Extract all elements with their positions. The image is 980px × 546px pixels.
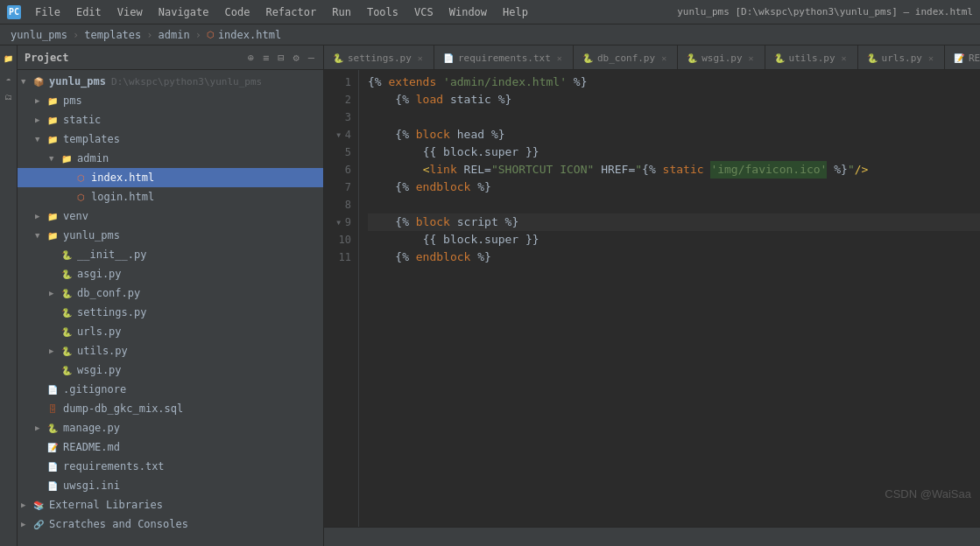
tab-urls-icon: 🐍 xyxy=(867,53,878,63)
tree-item-wsgi-py[interactable]: ▶ 🐍 wsgi.py xyxy=(18,360,323,380)
tab-req-close[interactable]: ✕ xyxy=(555,53,564,63)
yunlu-pms-arrow-icon: ▼ xyxy=(35,231,46,240)
breadcrumb-templates[interactable]: templates xyxy=(84,29,141,41)
menu-code[interactable]: Code xyxy=(218,4,257,20)
tree-item-requirements[interactable]: ▶ 📄 requirements.txt xyxy=(18,457,323,476)
tab-urls-py[interactable]: 🐍 urls.py ✕ xyxy=(858,46,945,70)
index-html-icon: ⬡ xyxy=(74,173,88,183)
tab-wsgi-icon: 🐍 xyxy=(687,53,697,63)
tab-utils-close[interactable]: ✕ xyxy=(840,53,849,63)
tree-item-manage-py[interactable]: ▶ 🐍 manage.py xyxy=(18,418,323,438)
asgi-py-icon: 🐍 xyxy=(60,270,74,279)
menu-file[interactable]: File xyxy=(28,4,67,20)
venv-label: venv xyxy=(63,210,88,222)
tree-item-root[interactable]: ▼ 📦 yunlu_pms D:\wkspc\python3\yunlu_pms xyxy=(18,72,323,91)
fold-arrow-4[interactable]: ▼ xyxy=(336,131,341,139)
tab-readme-md[interactable]: 📝 README.md ✕ xyxy=(945,46,980,70)
line-num-1: 1 xyxy=(324,74,358,91)
menu-refactor[interactable]: Refactor xyxy=(258,4,323,20)
tab-urls-label: urls.py xyxy=(882,52,922,64)
breadcrumb-filename: index.html xyxy=(218,29,281,41)
line-num-4: ▼ 4 xyxy=(324,126,358,144)
tree-item-static[interactable]: ▶ 📁 static xyxy=(18,110,323,130)
menu-tools[interactable]: Tools xyxy=(360,4,405,20)
tab-settings-py[interactable]: 🐍 settings.py ✕ xyxy=(324,46,434,70)
sidebar-cloud-icon[interactable]: ☁ xyxy=(2,71,16,85)
tree-item-init-py[interactable]: ▶ 🐍 __init__.py xyxy=(18,245,323,264)
tree-item-admin[interactable]: ▼ 📁 admin xyxy=(18,149,323,168)
tree-item-index-html[interactable]: ▶ ⬡ index.html xyxy=(18,168,323,187)
tree-item-venv[interactable]: ▶ 📁 venv xyxy=(18,206,323,226)
tab-wsgi-label: wsgi.py xyxy=(702,52,742,64)
code-editor[interactable]: 1 2 3 ▼ 4 5 6 7 8 ▼ 9 10 11 xyxy=(324,70,980,527)
static-label: static xyxy=(63,114,101,126)
breadcrumb-admin[interactable]: admin xyxy=(159,29,190,41)
tab-settings-py-close[interactable]: ✕ xyxy=(416,53,425,63)
menu-navigate[interactable]: Navigate xyxy=(152,4,216,20)
breadcrumb-root[interactable]: yunlu_pms xyxy=(11,29,67,41)
readme-icon: 📝 xyxy=(46,443,60,452)
static-arrow-icon: ▶ xyxy=(35,116,46,124)
scratch-label: Scratches and Consoles xyxy=(49,518,188,530)
tab-wsgi-py[interactable]: 🐍 wsgi.py ✕ xyxy=(678,46,765,70)
root-folder-icon: 📦 xyxy=(32,77,46,87)
wsgi-py-icon: 🐍 xyxy=(60,366,74,375)
ext-lib-label: External Libraries xyxy=(49,499,163,511)
tree-item-dump-db[interactable]: ▶ 🗄 dump-db_gkc_mix.sql xyxy=(18,399,323,418)
project-settings-icon[interactable]: ⚙ xyxy=(292,52,301,64)
scratch-arrow-icon: ▶ xyxy=(21,520,32,528)
tab-utils-icon: 🐍 xyxy=(774,53,785,63)
manage-arrow-icon: ▶ xyxy=(35,424,46,432)
sidebar-project-icon[interactable]: 📁 xyxy=(2,52,16,66)
sidebar-explorer-icon[interactable]: 🗂 xyxy=(2,90,16,104)
scratch-icon: 🔗 xyxy=(32,520,46,529)
code-content[interactable]: {% extends 'admin/index.html' %} {% load… xyxy=(359,70,980,527)
tree-item-templates[interactable]: ▼ 📁 templates xyxy=(18,130,323,149)
code-line-2: {% load static %} xyxy=(368,91,980,108)
tab-db-conf-py[interactable]: 🐍 db_conf.py ✕ xyxy=(574,46,678,70)
settings-py-label: settings.py xyxy=(77,306,146,318)
tree-item-yunlu-pms[interactable]: ▼ 📁 yunlu_pms xyxy=(18,226,323,245)
menu-run[interactable]: Run xyxy=(325,4,358,20)
tab-utils-py[interactable]: 🐍 utils.py ✕ xyxy=(765,46,858,70)
tab-wsgi-close[interactable]: ✕ xyxy=(747,53,756,63)
menu-edit[interactable]: Edit xyxy=(69,4,109,20)
tab-urls-close[interactable]: ✕ xyxy=(927,53,935,63)
menu-window[interactable]: Window xyxy=(442,4,494,20)
utils-arrow-icon: ▶ xyxy=(49,346,60,355)
project-panel-title: Project xyxy=(25,52,241,64)
menu-vcs[interactable]: VCS xyxy=(407,4,441,20)
tree-item-utils-py[interactable]: ▶ 🐍 utils.py xyxy=(18,341,323,360)
menu-help[interactable]: Help xyxy=(496,4,535,20)
code-line-9: {% block script %} xyxy=(368,214,980,231)
menu-view[interactable]: View xyxy=(110,4,150,20)
tree-item-external-libraries[interactable]: ▶ 📚 External Libraries xyxy=(18,495,323,514)
requirements-txt-icon: 📄 xyxy=(46,462,60,472)
tree-item-login-html[interactable]: ▶ ⬡ login.html xyxy=(18,187,323,206)
tab-db-conf-close[interactable]: ✕ xyxy=(659,53,668,63)
venv-folder-icon: 📁 xyxy=(46,212,60,221)
tree-item-urls-py[interactable]: ▶ 🐍 urls.py xyxy=(18,322,323,341)
tab-requirements-txt[interactable]: 📄 requirements.txt ✕ xyxy=(434,46,574,70)
fold-arrow-9[interactable]: ▼ xyxy=(336,219,341,227)
tree-item-uwsgi-ini[interactable]: ▶ 📄 uwsgi.ini xyxy=(18,476,323,495)
utils-py-icon: 🐍 xyxy=(60,346,74,356)
project-minimize-icon[interactable]: — xyxy=(307,52,316,64)
line-num-7: 7 xyxy=(324,178,358,196)
tree-item-settings-py[interactable]: ▶ 🐍 settings.py xyxy=(18,303,323,322)
tree-item-db-conf-py[interactable]: ▶ 🐍 db_conf.py xyxy=(18,284,323,303)
tab-db-conf-label: db_conf.py xyxy=(597,52,655,64)
tree-item-asgi-py[interactable]: ▶ 🐍 asgi.py xyxy=(18,264,323,284)
tree-item-readme[interactable]: ▶ 📝 README.md xyxy=(18,438,323,457)
project-add-icon[interactable]: ⊕ xyxy=(246,52,256,64)
tree-item-gitignore[interactable]: ▶ 📄 .gitignore xyxy=(18,380,323,399)
project-list-icon[interactable]: ≡ xyxy=(261,52,271,64)
tab-readme-label: README.md xyxy=(969,52,980,64)
wsgi-py-label: wsgi.py xyxy=(77,364,122,376)
tree-item-pms[interactable]: ▶ 📁 pms xyxy=(18,91,323,110)
index-html-label: index.html xyxy=(91,172,154,184)
code-line-8 xyxy=(368,196,980,214)
project-collapse-icon[interactable]: ⊟ xyxy=(276,52,286,64)
tree-item-scratches-consoles[interactable]: ▶ 🔗 Scratches and Consoles xyxy=(18,514,323,534)
main-layout: 📁 ☁ 🗂 Project ⊕ ≡ ⊟ ⚙ — ▼ 📦 yunlu_pms D:… xyxy=(0,46,980,546)
